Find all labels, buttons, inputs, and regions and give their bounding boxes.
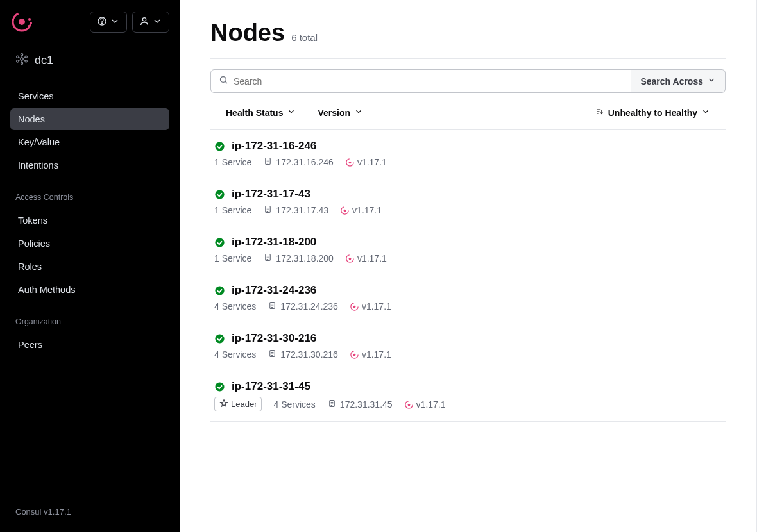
sidebar-footer-version: Consul v1.17.1 [10,502,169,522]
sidebar-item-nodes[interactable]: Nodes [10,108,169,130]
svg-line-19 [19,60,21,61]
sidebar-item-services[interactable]: Services [10,85,169,107]
header-buttons [90,12,169,33]
sidebar-item-intentions[interactable]: Intentions [10,154,169,176]
svg-point-8 [21,58,23,60]
chevron-down-icon [701,107,710,118]
user-menu[interactable] [132,12,169,33]
filter-health-status[interactable]: Health Status [226,107,296,118]
svg-point-47 [215,286,224,295]
node-version: v1.17.1 [340,205,382,215]
node-version: v1.17.1 [404,399,446,410]
datacenter-selector[interactable]: dc1 [10,53,169,69]
consul-logo [10,10,33,33]
page-title: Nodes [210,19,285,47]
health-passing-icon [214,141,225,152]
node-version: v1.17.1 [345,157,387,167]
node-row[interactable]: ip-172-31-17-431 Service172.31.17.43v1.1… [210,178,726,226]
search-across-button[interactable]: Search Across [631,69,726,93]
node-name: ip-172-31-17-43 [232,188,310,201]
node-version: v1.17.1 [345,253,387,263]
node-row[interactable]: ip-172-31-16-2461 Service172.31.16.246v1… [210,130,726,178]
node-meta: 1 Service172.31.17.43v1.17.1 [214,204,718,216]
node-meta: Leader4 Services172.31.31.45v1.17.1 [214,397,718,411]
clipboard-icon [268,349,277,360]
chevron-down-icon [152,16,162,28]
health-passing-icon [214,333,225,344]
node-list: ip-172-31-16-2461 Service172.31.16.246v1… [210,129,726,422]
svg-point-53 [353,306,356,308]
svg-point-21 [221,77,226,83]
sidebar-item-roles[interactable]: Roles [10,256,169,278]
svg-point-54 [215,334,224,343]
svg-point-40 [215,238,224,247]
svg-line-22 [225,81,227,83]
nav-access-label: Access Controls [10,188,169,210]
clipboard-icon [327,399,337,410]
consul-icon [404,400,413,409]
filter-version[interactable]: Version [318,107,363,118]
node-services-count: 4 Services [214,349,256,360]
node-services-count: 1 Service [214,205,251,215]
help-icon [97,16,107,28]
sidebar-item-peers[interactable]: Peers [10,334,169,356]
svg-point-10 [21,62,22,64]
node-services-count: 4 Services [273,399,315,410]
sidebar-item-tokens[interactable]: Tokens [10,210,169,231]
svg-point-60 [353,354,356,356]
svg-point-26 [215,142,224,151]
page-subtitle: 6 total [291,32,318,43]
cluster-icon [15,53,28,69]
node-name: ip-172-31-18-200 [232,236,316,249]
node-name: ip-172-31-24-236 [232,284,316,297]
clipboard-icon [268,301,277,312]
chevron-down-icon [110,16,120,28]
search-input[interactable] [234,76,623,87]
consul-icon [345,254,354,263]
node-address: 172.31.31.45 [327,399,393,410]
svg-point-68 [407,403,410,406]
nav-org-label: Organization [10,312,169,334]
svg-point-32 [349,162,352,164]
divider [210,58,726,59]
clipboard-icon [263,253,273,264]
svg-point-2 [28,18,31,21]
sidebar-item-key-value[interactable]: Key/Value [10,131,169,153]
node-version: v1.17.1 [350,349,391,360]
sidebar-item-auth-methods[interactable]: Auth Methods [10,279,169,301]
node-address: 172.31.18.200 [263,253,334,264]
help-menu[interactable] [90,12,127,33]
health-passing-icon [214,381,225,392]
health-passing-icon [214,237,225,248]
filter-row: Health Status Version Unhealthy to Healt… [210,96,726,129]
node-address: 172.31.30.216 [268,349,338,360]
search-icon [219,75,228,87]
node-name: ip-172-31-31-45 [232,380,310,393]
svg-point-13 [17,60,19,62]
node-row[interactable]: ip-172-31-31-45Leader4 Services172.31.31… [210,370,726,422]
sidebar: dc1 ServicesNodesKey/ValueIntentions Acc… [0,0,180,532]
chevron-down-icon [707,76,716,87]
node-row[interactable]: ip-172-31-30-2164 Services172.31.30.216v… [210,322,726,370]
svg-point-33 [215,190,224,199]
svg-point-61 [215,382,224,391]
node-row[interactable]: ip-172-31-24-2364 Services172.31.24.236v… [210,274,726,322]
consul-icon [350,350,359,359]
svg-point-6 [101,22,102,23]
sidebar-item-policies[interactable]: Policies [10,233,169,254]
node-meta: 1 Service172.31.16.246v1.17.1 [214,156,718,168]
sort-icon [595,107,604,118]
node-services-count: 1 Service [214,253,251,263]
svg-line-18 [23,58,25,59]
sidebar-header [10,10,169,33]
svg-point-39 [344,210,346,212]
consul-icon [340,206,349,215]
node-row[interactable]: ip-172-31-18-2001 Service172.31.18.200v1… [210,226,726,274]
user-icon [139,16,149,28]
health-passing-icon [214,189,225,200]
node-version: v1.17.1 [350,301,391,312]
svg-point-12 [25,56,27,58]
sort-selector[interactable]: Unhealthy to Healthy [595,107,710,118]
search-box[interactable] [210,69,631,93]
clipboard-icon [263,204,273,216]
